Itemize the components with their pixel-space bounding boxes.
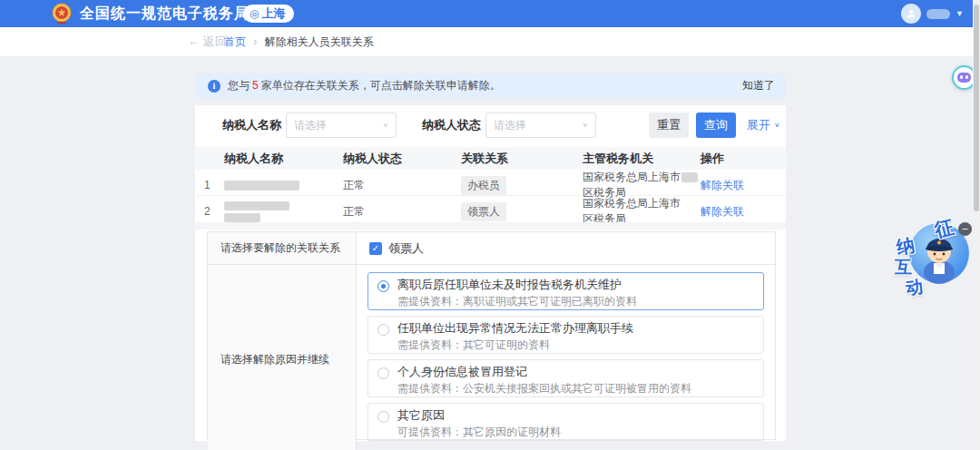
remove-relation-link[interactable]: 解除关联 [701, 179, 744, 191]
reason-options: 离职后原任职单位未及时报告税务机关维护 需提供资料：离职证明或其它可证明已离职的… [357, 265, 775, 450]
reason-desc: 可提供资料：其它原因的证明材料 [397, 425, 754, 439]
chevron-down-icon[interactable]: ▼ [956, 9, 964, 18]
table-row: 1 正常 办税员 国家税务总局上海市区税务局 解除关联 [195, 170, 786, 196]
breadcrumb-current: 解除相关人员关联关系 [265, 35, 374, 48]
taxpayer-status-label: 纳税人状态 [422, 112, 481, 138]
taxpayer-name-select[interactable]: 请选择 ∨ [286, 112, 397, 138]
expand-toggle[interactable]: 展开 ∨ [747, 112, 780, 138]
username-redacted[interactable] [926, 9, 950, 19]
robot-face-icon [957, 73, 971, 83]
remove-relation-link[interactable]: 解除关联 [701, 205, 744, 218]
mascot-char: 动 [905, 275, 925, 300]
relation-checkbox[interactable]: ✓ [369, 242, 382, 255]
radio-icon [377, 411, 389, 423]
reason-title: 个人身份信息被冒用登记 [397, 365, 754, 379]
row-index: 2 [204, 205, 224, 218]
taxpayer-status: 正常 [343, 204, 461, 220]
info-icon: i [208, 80, 220, 93]
reason-option-4[interactable]: 其它原因 可提供资料：其它原因的证明材料 [368, 403, 764, 441]
relation-badge: 办税员 [461, 176, 506, 195]
col-authority: 主管税务机关 [583, 151, 701, 167]
relation-badge: 领票人 [461, 202, 506, 221]
page-scrollbar [973, 0, 980, 450]
expand-label: 展开 [747, 117, 770, 133]
breadcrumb: 首页 › 解除相关人员关联关系 [224, 27, 374, 56]
back-button[interactable]: ← 返回 [188, 27, 227, 56]
alert-text: 您与5家单位存在关联关系，可点击解除关联申请解除。 [228, 78, 501, 93]
taxpayer-name-placeholder: 请选择 [294, 118, 327, 133]
top-bar: 全国统一规范电子税务局 ◎ 上海 ▼ [0, 0, 980, 27]
col-taxpayer-status: 纳税人状态 [343, 151, 461, 167]
relation-checkbox-label: 领票人 [388, 240, 424, 257]
radio-icon [377, 367, 389, 379]
reason-title: 离职后原任职单位未及时报告税务机关维护 [397, 278, 754, 292]
taxpayer-name-label: 纳税人名称 [222, 112, 281, 138]
user-zone: ▼ [901, 0, 964, 27]
breadcrumb-separator-icon: › [253, 35, 257, 48]
redacted-district [681, 172, 698, 182]
breadcrumb-home[interactable]: 首页 [224, 35, 246, 48]
location-name: 上海 [261, 5, 285, 22]
back-arrow-icon: ← [188, 34, 200, 48]
reason-option-1[interactable]: 离职后原任职单位未及时报告税务机关维护 需提供资料：离职证明或其它可证明已离职的… [368, 272, 764, 310]
taxpayer-status-placeholder: 请选择 [494, 118, 526, 133]
chevron-down-icon: ∨ [382, 122, 388, 129]
reason-select-label: 请选择解除原因并继续 [208, 265, 357, 450]
redacted-taxpayer-name [224, 201, 289, 210]
reason-option-3[interactable]: 个人身份信息被冒用登记 需提供资料：公安机关接报案回执或其它可证明被冒用的资料 [368, 359, 764, 397]
sub-bar: ← 返回 首页 › 解除相关人员关联关系 [0, 27, 980, 56]
table-header: 纳税人名称 纳税人状态 关联关系 主管税务机关 操作 [195, 147, 786, 170]
col-relation: 关联关系 [461, 151, 583, 167]
national-emblem-icon [51, 3, 73, 24]
alert-dismiss-button[interactable]: 知道了 [742, 78, 775, 93]
content-card: 纳税人名称 请选择 ∨ 纳税人状态 请选择 ∨ 重置 查询 展开 ∨ 纳税人名称… [195, 105, 786, 441]
location-selector[interactable]: ◎ 上海 [243, 5, 294, 23]
reason-desc: 需提供资料：其它可证明的资料 [397, 338, 754, 352]
col-action: 操作 [701, 151, 786, 167]
location-pin-icon: ◎ [250, 8, 259, 19]
chevron-down-icon: ∨ [582, 122, 588, 129]
person-icon [906, 8, 916, 19]
taxpayer-status-select[interactable]: 请选择 ∨ [485, 112, 596, 138]
filter-bar: 纳税人名称 请选择 ∨ 纳税人状态 请选择 ∨ 重置 查询 展开 ∨ [195, 112, 786, 140]
redacted-taxpayer-name [224, 181, 299, 191]
redacted-district [681, 199, 697, 209]
query-button[interactable]: 查询 [696, 112, 736, 138]
reason-desc: 需提供资料：公安机关接报案回执或其它可证明被冒用的资料 [397, 381, 754, 396]
section-divider [195, 222, 786, 230]
taxpayer-status: 正常 [343, 178, 461, 193]
row-index: 1 [204, 179, 224, 191]
reason-title: 其它原因 [397, 408, 754, 423]
relation-checkbox-row: ✓ 领票人 [357, 232, 775, 265]
redacted-taxpayer-name [224, 213, 260, 222]
reset-button[interactable]: 重置 [649, 112, 689, 138]
user-avatar[interactable] [901, 4, 921, 24]
mascot-collapse-button[interactable]: – [958, 222, 972, 236]
remove-relation-panel: 请选择要解除的关联关系 ✓ 领票人 请选择解除原因并继续 离职后原任职单位未及时… [207, 231, 776, 440]
reason-option-2[interactable]: 任职单位出现异常情况无法正常办理离职手续 需提供资料：其它可证明的资料 [368, 316, 764, 354]
unit-count: 5 [252, 79, 259, 92]
relation-select-label: 请选择要解除的关联关系 [208, 232, 357, 265]
radio-selected-icon [377, 280, 389, 292]
scrollbar-thumb[interactable] [974, 5, 979, 211]
col-taxpayer-name: 纳税人名称 [224, 151, 343, 167]
reason-desc: 需提供资料：离职证明或其它可证明已离职的资料 [397, 294, 754, 308]
back-label: 返回 [203, 34, 227, 48]
radio-icon [377, 324, 389, 336]
page: 全国统一规范电子税务局 ◎ 上海 ▼ ← 返回 首页 › 解除相关人员关联关系 [0, 0, 980, 450]
app-title: 全国统一规范电子税务局 [80, 0, 250, 27]
relation-notice-alert: i 您与5家单位存在关联关系，可点击解除关联申请解除。 知道了 [195, 73, 786, 98]
chevron-down-icon: ∨ [774, 122, 780, 129]
reason-title: 任职单位出现异常情况无法正常办理离职手续 [397, 321, 754, 336]
